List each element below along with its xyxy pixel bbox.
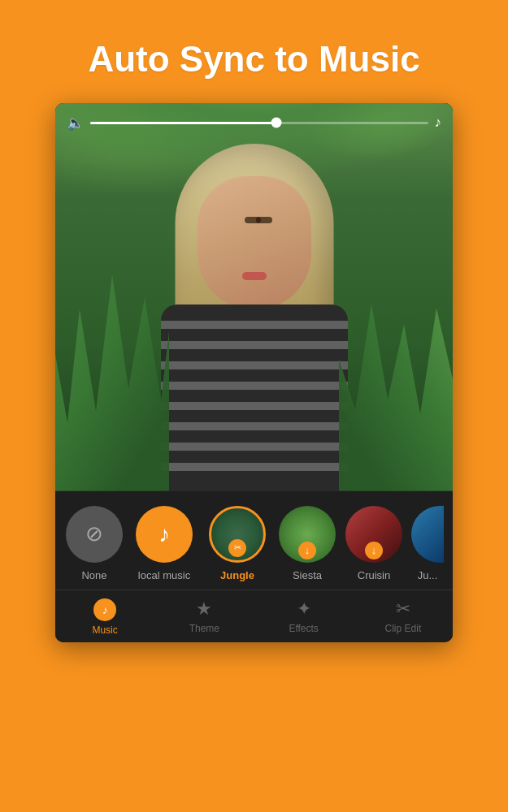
nav-label-music: Music	[92, 624, 117, 636]
bottom-nav: ♪ Music ★ Theme ✦ Effects ✂ Clip Edit	[55, 590, 453, 642]
music-note-icon: ♪	[435, 114, 442, 131]
music-icon: ♪	[158, 521, 170, 547]
track-label-siesta: Siesta	[293, 569, 322, 581]
nav-item-effects[interactable]: ✦ Effects	[254, 598, 354, 636]
scissors-badge: ✂	[228, 539, 246, 557]
track-circle-siesta: ↓	[279, 506, 336, 563]
track-circle-partial	[411, 506, 444, 563]
volume-icon[interactable]: 🔈	[67, 114, 84, 132]
progress-fill	[90, 122, 276, 124]
nav-item-music[interactable]: ♪ Music	[55, 598, 154, 636]
progress-bar[interactable]	[90, 122, 428, 124]
progress-thumb[interactable]	[271, 118, 281, 128]
download-badge-cruisin: ↓	[365, 542, 383, 559]
track-item-cruisin[interactable]: ↓ Cruisin	[345, 506, 403, 581]
track-item-jungle[interactable]: ✂ Jungle	[205, 506, 270, 581]
nav-item-theme[interactable]: ★ Theme	[154, 598, 254, 636]
track-circle-cruisin: ↓	[345, 506, 402, 563]
nav-label-effects: Effects	[289, 623, 318, 634]
track-label-none: None	[81, 569, 106, 581]
track-item-local-music[interactable]: ♪ local music	[132, 506, 197, 581]
video-player[interactable]: 🔈 ♪	[55, 103, 453, 491]
download-badge-siesta: ↓	[298, 542, 316, 559]
theme-nav-icon: ★	[196, 598, 212, 620]
bottom-orange	[0, 763, 508, 812]
track-item-siesta[interactable]: ↓ Siesta	[278, 506, 336, 581]
playback-controls: 🔈 ♪	[55, 114, 453, 132]
tracks-row: ⊘ None ♪ local music ✂ Jungle ↓ Siesta	[55, 491, 453, 590]
header: Auto Sync to Music	[0, 0, 508, 103]
track-circle-jungle: ✂	[209, 506, 266, 563]
effects-nav-icon: ✦	[297, 598, 311, 620]
none-icon: ⊘	[85, 521, 103, 546]
track-label-cruisin: Cruisin	[358, 569, 390, 581]
music-nav-icon: ♪	[93, 598, 116, 621]
track-item-partial[interactable]: Ju...	[411, 506, 444, 581]
nav-item-clip-edit[interactable]: ✂ Clip Edit	[354, 598, 453, 636]
track-label-local: local music	[138, 569, 190, 581]
track-item-none[interactable]: ⊘ None	[65, 506, 124, 581]
phone-card: 🔈 ♪ ⊘ None ♪ local music	[55, 103, 453, 642]
nav-label-clip-edit: Clip Edit	[385, 623, 422, 634]
clip-edit-nav-icon: ✂	[396, 598, 410, 620]
track-label-jungle: Jungle	[220, 569, 254, 581]
track-label-partial: Ju...	[418, 569, 438, 581]
track-circle-none: ⊘	[66, 506, 123, 563]
track-circle-local: ♪	[136, 506, 193, 563]
nav-label-theme: Theme	[189, 623, 219, 634]
page-title: Auto Sync to Music	[33, 39, 475, 80]
